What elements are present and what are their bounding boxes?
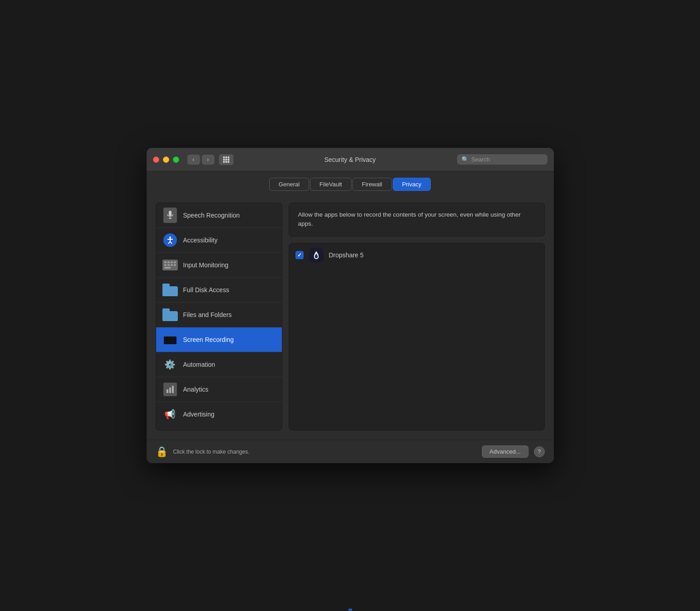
search-icon: 🔍 — [462, 156, 469, 163]
traffic-lights — [153, 156, 179, 163]
checkmark-icon: ✓ — [297, 252, 302, 258]
svg-rect-2 — [228, 156, 229, 158]
tab-firewall[interactable]: Firewall — [352, 178, 392, 191]
search-input[interactable] — [471, 156, 543, 163]
svg-rect-1 — [225, 156, 227, 158]
description-text: Allow the apps below to record the conte… — [298, 210, 535, 229]
sidebar-item-label-accessibility: Accessibility — [183, 237, 218, 244]
security-privacy-window: ‹ › Security & Privacy 🔍 General FileV — [147, 148, 554, 463]
analytics-icon — [162, 382, 178, 397]
tab-privacy[interactable]: Privacy — [393, 178, 431, 191]
table-row: ✓ Dropshare 5 — [289, 243, 544, 267]
sidebar-item-speech-recognition[interactable]: Speech Recognition — [156, 203, 282, 228]
sidebar: Speech Recognition Accessibil — [156, 203, 282, 431]
tab-general[interactable]: General — [269, 178, 309, 191]
app-name-dropshare: Dropshare 5 — [329, 251, 364, 259]
sidebar-item-label-analytics: Analytics — [183, 386, 209, 393]
advanced-button[interactable]: Advanced... — [482, 445, 529, 458]
sidebar-item-label-screenrecording: Screen Recording — [183, 336, 234, 343]
svg-line-16 — [170, 242, 172, 244]
svg-rect-17 — [167, 389, 168, 393]
right-panel: Allow the apps below to record the conte… — [289, 203, 545, 431]
sidebar-item-analytics[interactable]: Analytics — [156, 377, 282, 402]
help-button[interactable]: ? — [534, 446, 545, 457]
svg-rect-19 — [172, 386, 174, 393]
sidebar-item-label-speech: Speech Recognition — [183, 212, 240, 219]
gear-icon: ⚙️ — [162, 357, 178, 372]
svg-rect-7 — [225, 161, 227, 163]
titlebar: ‹ › Security & Privacy 🔍 — [147, 148, 554, 171]
app-checkbox-dropshare[interactable]: ✓ — [295, 251, 304, 259]
accessibility-icon — [162, 232, 178, 248]
svg-rect-18 — [169, 388, 171, 393]
apps-list: ✓ Dropshare 5 — [289, 243, 545, 431]
forward-button[interactable]: › — [202, 155, 214, 165]
mic-icon — [162, 208, 178, 223]
bottom-bar: 🔒 Click the lock to make changes. Advanc… — [147, 440, 554, 463]
sidebar-item-full-disk-access[interactable]: Full Disk Access — [156, 278, 282, 303]
close-button[interactable] — [153, 156, 159, 163]
svg-rect-5 — [228, 159, 229, 161]
sidebar-item-accessibility[interactable]: Accessibility — [156, 228, 282, 253]
sidebar-item-label-input: Input Monitoring — [183, 261, 229, 269]
folder-full-disk-icon — [162, 282, 178, 298]
lock-text: Click the lock to make changes. — [173, 449, 476, 455]
maximize-button[interactable] — [173, 156, 179, 163]
nav-buttons: ‹ › — [187, 155, 214, 165]
sidebar-item-advertising[interactable]: 📢 Advertising — [156, 402, 282, 426]
svg-rect-4 — [225, 159, 227, 161]
description-box: Allow the apps below to record the conte… — [289, 203, 545, 237]
svg-rect-8 — [228, 161, 229, 163]
search-box[interactable]: 🔍 — [457, 154, 548, 165]
sidebar-item-label-advertising: Advertising — [183, 411, 214, 418]
svg-rect-6 — [223, 161, 225, 163]
megaphone-icon: 📢 — [162, 407, 178, 422]
window-title: Security & Privacy — [324, 156, 376, 163]
svg-rect-9 — [169, 211, 171, 216]
main-content: Speech Recognition Accessibil — [147, 195, 554, 440]
svg-point-12 — [169, 237, 171, 238]
dropshare-icon — [309, 248, 324, 262]
keyboard-icon — [162, 257, 178, 273]
sidebar-item-label-fulldisk: Full Disk Access — [183, 286, 229, 294]
tabs-bar: General FileVault Firewall Privacy — [147, 171, 554, 195]
sidebar-item-label-automation: Automation — [183, 361, 215, 368]
minimize-button[interactable] — [163, 156, 169, 163]
sidebar-item-label-filesfolders: Files and Folders — [183, 311, 232, 318]
sidebar-item-input-monitoring[interactable]: Input Monitoring — [156, 253, 282, 278]
sidebar-item-automation[interactable]: ⚙️ Automation — [156, 352, 282, 377]
svg-rect-0 — [223, 156, 225, 158]
svg-rect-3 — [223, 159, 225, 161]
back-button[interactable]: ‹ — [187, 155, 200, 165]
sidebar-item-files-and-folders[interactable]: Files and Folders — [156, 303, 282, 327]
grid-button[interactable] — [219, 154, 233, 165]
sidebar-item-screen-recording[interactable]: Screen Recording — [156, 327, 282, 352]
screen-recording-icon — [162, 332, 178, 347]
tab-filevault[interactable]: FileVault — [310, 178, 352, 191]
lock-icon[interactable]: 🔒 — [156, 446, 168, 458]
folder-files-icon — [162, 307, 178, 322]
